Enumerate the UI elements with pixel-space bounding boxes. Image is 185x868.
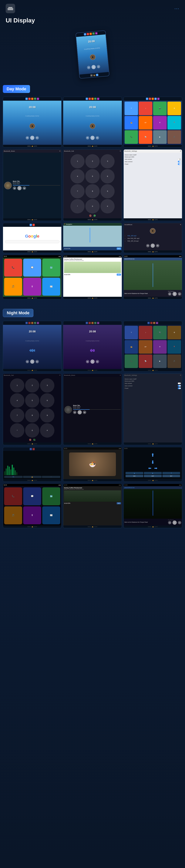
nm1-next[interactable]: ⏭: [35, 360, 39, 363]
bt-prev[interactable]: ⏮: [13, 186, 16, 190]
neq-btn-2[interactable]: 📻: [23, 476, 42, 478]
nbt-start-call[interactable]: 📞: [33, 439, 35, 441]
nkey-8[interactable]: 8: [25, 408, 39, 423]
key-0[interactable]: 0: [85, 199, 100, 213]
nios-podcast[interactable]: 🎙: [23, 506, 41, 524]
nkey-9[interactable]: 9: [40, 408, 54, 423]
social-close[interactable]: ✕: [180, 224, 181, 225]
nm1-prev[interactable]: ⏮: [26, 360, 29, 363]
bt-music-close[interactable]: ✕: [59, 150, 60, 152]
night-app-6[interactable]: BT: [139, 340, 152, 354]
ndn-btn-5[interactable]: MAP: [144, 475, 162, 477]
nkey-star[interactable]: *: [10, 423, 24, 438]
nkey-0[interactable]: 0: [25, 423, 39, 438]
app-photo[interactable]: 📷: [153, 102, 167, 115]
nios-phone[interactable]: 📞: [4, 487, 22, 505]
night-app-7[interactable]: 🎙: [153, 340, 167, 354]
night-app-12[interactable]: 🎵: [167, 354, 181, 368]
bt-play[interactable]: ⏸: [17, 186, 22, 190]
google-search-bar[interactable]: [5, 240, 59, 243]
night-app-2[interactable]: ♪: [139, 326, 152, 339]
bt-next[interactable]: ⏭: [23, 186, 26, 190]
key-8[interactable]: 8: [85, 184, 100, 198]
night-app-10[interactable]: 📡: [139, 354, 152, 368]
nm2-play[interactable]: ⏸: [90, 360, 95, 364]
auto-answer-toggle[interactable]: [178, 158, 181, 160]
key-star[interactable]: *: [71, 199, 85, 213]
restaurant-go-btn[interactable]: GO: [117, 274, 121, 276]
night-app-8[interactable]: 📍: [167, 340, 181, 354]
nbt-next[interactable]: ⏭: [83, 411, 86, 414]
app-extra1[interactable]: ▶: [153, 130, 167, 144]
play-icon[interactable]: ⏸: [91, 65, 96, 69]
ios-podcast-icon[interactable]: 🎙: [23, 278, 41, 296]
s1-prev[interactable]: ⏮: [26, 136, 29, 140]
ios-music-icon[interactable]: 🎵: [4, 278, 22, 296]
ndn-btn-4[interactable]: NAV: [126, 475, 143, 477]
key-1[interactable]: 1: [71, 154, 85, 168]
app-settings[interactable]: ⚙: [167, 102, 181, 115]
drv-play[interactable]: ▶: [173, 292, 177, 296]
prev-icon[interactable]: ⏮: [87, 66, 90, 69]
key-4[interactable]: 4: [71, 169, 85, 183]
social-play[interactable]: ⏸: [151, 244, 155, 248]
neq-btn-3[interactable]: ♪: [42, 476, 60, 478]
night-app-5[interactable]: 📻: [125, 340, 138, 354]
ndrv-prev[interactable]: ⏮: [168, 521, 171, 524]
nios-music[interactable]: 🎵: [4, 506, 22, 524]
ios-maps-icon[interactable]: 🗺️: [42, 259, 60, 277]
key-9[interactable]: 9: [100, 184, 115, 198]
app-radio[interactable]: 📻: [125, 116, 138, 129]
nios-maps[interactable]: 🗺️: [42, 487, 60, 505]
night-app-3[interactable]: 📷: [153, 326, 167, 339]
bt-call-close[interactable]: ✕: [120, 150, 121, 152]
nkey-2[interactable]: 2: [25, 378, 39, 393]
start-call-btn[interactable]: 📞: [94, 215, 96, 217]
s2-next[interactable]: ⏭: [96, 136, 99, 140]
nkey-6[interactable]: 6: [40, 393, 54, 408]
app-extra2[interactable]: 🎵: [167, 130, 181, 144]
nrest-go-btn[interactable]: GO: [117, 502, 121, 504]
drv-prev[interactable]: ⏮: [168, 292, 171, 296]
nbt-call-close[interactable]: ✕: [59, 374, 60, 376]
social-next[interactable]: ⏭: [156, 244, 159, 247]
nbt-music-close[interactable]: ✕: [120, 374, 121, 376]
nm1-play[interactable]: ⏸: [30, 360, 34, 364]
nkey-4[interactable]: 4: [10, 393, 24, 408]
ndn-btn-3[interactable]: ⏸: [162, 472, 180, 474]
key-7[interactable]: 7: [71, 184, 85, 198]
app-music[interactable]: ♪: [139, 102, 152, 115]
nbt-end-call[interactable]: 📵: [29, 439, 31, 441]
neq-btn-1[interactable]: EQ: [4, 476, 23, 478]
nm2-next[interactable]: ⏭: [96, 360, 99, 363]
end-call-btn[interactable]: 📵: [89, 215, 91, 217]
ndrv-play[interactable]: ▶: [173, 521, 177, 525]
nbt-power-toggle[interactable]: [178, 388, 181, 389]
app-bt[interactable]: BT: [139, 116, 152, 129]
night-app-11[interactable]: ▶: [153, 354, 167, 368]
ios-phone-icon[interactable]: 📞: [4, 259, 22, 277]
s1-next[interactable]: ⏭: [35, 136, 39, 140]
bt-settings-close[interactable]: ✕: [180, 150, 181, 152]
nav-dots-icon[interactable]: ···: [175, 6, 179, 11]
drv-next[interactable]: ⏭: [178, 292, 181, 296]
ndn-btn-6[interactable]: SET: [162, 475, 180, 477]
ndn-btn-2[interactable]: ▶: [144, 472, 162, 474]
nkey-5[interactable]: 5: [25, 393, 39, 408]
go-button[interactable]: GO: [117, 248, 121, 250]
app-telegram[interactable]: T: [125, 102, 138, 115]
power-toggle[interactable]: [178, 163, 181, 165]
nbt-play[interactable]: ⏸: [78, 410, 82, 414]
nkey-1[interactable]: 1: [10, 378, 24, 393]
nbt-settings-close[interactable]: ✕: [180, 374, 181, 376]
s1-play[interactable]: ⏸: [30, 136, 34, 140]
key-hash[interactable]: #: [100, 199, 115, 213]
ndrv-next[interactable]: ⏭: [178, 521, 181, 524]
key-2[interactable]: 2: [85, 154, 100, 168]
nkey-7[interactable]: 7: [10, 408, 24, 423]
app-phone[interactable]: 📞: [125, 130, 138, 144]
nios-news[interactable]: 📰: [42, 506, 60, 524]
night-app-4[interactable]: ⚙: [167, 326, 181, 339]
night-app-1[interactable]: T: [125, 326, 138, 339]
nbt-auto-answer-toggle[interactable]: [178, 382, 181, 384]
